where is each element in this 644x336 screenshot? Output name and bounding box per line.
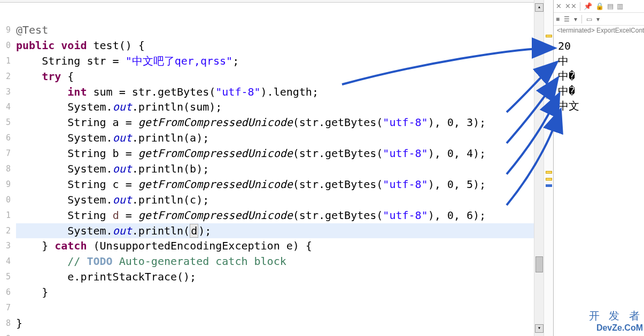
- show-console-icon[interactable]: ▥: [617, 2, 623, 10]
- txt: (str.getBytes(: [293, 178, 383, 191]
- code-line[interactable]: System.out.println(a);: [16, 130, 534, 146]
- code-line[interactable]: String b = getFromCompressedUnicode(str.…: [16, 146, 534, 161]
- pin-console-icon[interactable]: 📌: [584, 2, 592, 10]
- static-field: out: [113, 162, 132, 175]
- console-toolbar-2: ■ ☰ ▾ ▭ ▾: [554, 13, 644, 26]
- code-line[interactable]: @Test: [16, 22, 534, 38]
- code-line[interactable]: e.printStackTrace();: [16, 269, 534, 285]
- terminate-icon[interactable]: ■: [556, 15, 560, 23]
- vertical-scrollbar[interactable]: ▴ ▾: [534, 0, 544, 336]
- todo-tag: TODO: [87, 255, 112, 268]
- txt: ;: [232, 54, 239, 67]
- line-number: 9: [0, 177, 12, 192]
- line-number: 5: [0, 115, 12, 130]
- code-line[interactable]: }: [16, 285, 534, 300]
- code-line[interactable]: int sum = str.getBytes("utf-8").length;: [16, 84, 534, 100]
- txt: .println(a);: [132, 131, 210, 144]
- line-gutter: 9 0 1 2 3 4 5 6 7 8 9 0 1 2 3 4 5 6 7 8 …: [0, 0, 12, 336]
- string-literal: "utf-8": [383, 116, 428, 129]
- overview-marker[interactable]: [546, 184, 552, 187]
- scroll-thumb[interactable]: [536, 256, 543, 272]
- console-status: <terminated> ExportExcelCont: [554, 26, 644, 35]
- txt: System.: [67, 100, 112, 113]
- dropdown-icon[interactable]: ▾: [596, 15, 600, 23]
- txt: [16, 255, 67, 268]
- method-call: getFromCompressedUnicode: [138, 116, 293, 129]
- line-number: 2: [0, 223, 12, 239]
- overview-marker[interactable]: [546, 104, 552, 107]
- line-number: 1: [0, 208, 12, 223]
- static-field: out: [113, 131, 132, 144]
- code-line[interactable]: try {: [16, 69, 534, 84]
- console-toolbar: ✕ ✕✕ 📌 🔒 ▤ ▥: [554, 0, 644, 13]
- console-line: 中�: [558, 68, 644, 83]
- code-area[interactable]: @Test public void test() { String str = …: [12, 0, 534, 336]
- code-line[interactable]: String d = getFromCompressedUnicode(str.…: [16, 208, 534, 223]
- string-literal: "utf-8": [383, 147, 428, 160]
- code-line-current[interactable]: System.out.println(d);: [16, 223, 534, 239]
- console-line: 中文: [558, 98, 644, 113]
- string-literal: "utf-8": [383, 209, 428, 222]
- txt: e.printStackTrace();: [16, 270, 196, 283]
- code-line[interactable]: String a = getFromCompressedUnicode(str.…: [16, 115, 534, 130]
- txt: .println(b);: [132, 162, 210, 175]
- txt: Auto-generated catch block: [113, 255, 286, 268]
- code-line[interactable]: System.out.println(sum);: [16, 99, 534, 115]
- local-var: d: [113, 209, 119, 222]
- code-line[interactable]: }: [16, 316, 534, 331]
- method-call: getFromCompressedUnicode: [138, 209, 293, 222]
- line-number: 0: [0, 38, 12, 53]
- txt: sum = str.getBytes(: [87, 85, 215, 98]
- txt: ), 0, 5);: [428, 178, 486, 191]
- editor-top: [0, 0, 553, 3]
- watermark-bottom: DevZe.CoM: [589, 323, 643, 333]
- code-editor[interactable]: 9 0 1 2 3 4 5 6 7 8 9 0 1 2 3 4 5 6 7 8 …: [0, 0, 553, 336]
- code-line[interactable]: String str = "中文吧了qer,qrss";: [16, 53, 534, 69]
- line-number: 7: [0, 146, 12, 161]
- line-number: 9: [0, 22, 12, 38]
- line-number: 8: [0, 316, 12, 331]
- remove-launch-icon[interactable]: ✕: [556, 2, 562, 10]
- code-line[interactable]: } catch (UnsupportedEncodingException e)…: [16, 238, 534, 254]
- comment: // TODO Auto-generated catch block: [67, 255, 286, 268]
- code-line[interactable]: // TODO Auto-generated catch block: [16, 254, 534, 269]
- line-number: 9: [0, 331, 12, 336]
- sig: test() {: [87, 39, 144, 52]
- overview-marker[interactable]: [546, 96, 552, 99]
- display-selected-icon[interactable]: 🔒: [595, 2, 604, 10]
- console-output[interactable]: 20 中 中� 中� 中文: [554, 35, 644, 113]
- txt: }: [16, 239, 55, 252]
- console-switch-icon[interactable]: ☰: [564, 15, 570, 23]
- line-number: 4: [0, 99, 12, 115]
- txt: .println(: [132, 224, 190, 237]
- console-line: 中�: [558, 83, 644, 98]
- line-number: 5: [0, 269, 12, 285]
- open-console-icon[interactable]: ▭: [586, 15, 592, 23]
- scroll-down-icon[interactable]: ▾: [535, 324, 544, 333]
- console-line: 20: [558, 38, 644, 53]
- scroll-up-icon[interactable]: ▴: [535, 3, 544, 12]
- watermark-logo: 开 发 者 DevZe.CoM: [589, 309, 643, 333]
- line-number: 1: [0, 53, 12, 69]
- txt: String: [16, 209, 113, 222]
- code-line[interactable]: System.out.println(b);: [16, 161, 534, 177]
- overview-marker[interactable]: [546, 178, 552, 181]
- line-number: 4: [0, 254, 12, 269]
- code-line[interactable]: [16, 300, 534, 316]
- scroll-lock-icon[interactable]: ▤: [607, 2, 614, 10]
- line-number: 3: [0, 84, 12, 100]
- remove-all-launches-icon[interactable]: ✕✕: [565, 2, 577, 10]
- overview-marker[interactable]: [546, 35, 552, 37]
- txt: //: [67, 255, 87, 268]
- dropdown-icon[interactable]: ▾: [574, 15, 577, 23]
- overview-ruler[interactable]: [544, 0, 553, 336]
- code-line[interactable]: public void test() {: [16, 38, 534, 53]
- overview-marker[interactable]: [546, 171, 552, 174]
- txt: String a =: [16, 116, 138, 129]
- txt: ), 0, 6);: [428, 209, 486, 222]
- code-line[interactable]: System.out.println(c);: [16, 192, 534, 208]
- line-number: 0: [0, 192, 12, 208]
- code-line[interactable]: String c = getFromCompressedUnicode(str.…: [16, 177, 534, 192]
- separator: [581, 15, 582, 24]
- txt: (UnsupportedEncodingException e) {: [87, 239, 312, 252]
